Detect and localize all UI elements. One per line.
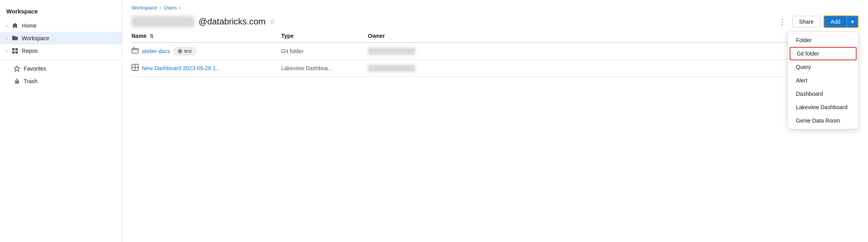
add-button-group: Add ▾: [823, 15, 859, 28]
dashboard-icon: [132, 64, 139, 73]
svg-rect-5: [132, 48, 138, 53]
cell-type-1: Git folder: [281, 48, 368, 54]
chevron-icon: ›: [6, 49, 7, 53]
cell-owner-2: [368, 65, 447, 72]
git-folder-icon: [132, 47, 139, 56]
col-header-name: Name ⇅: [132, 33, 281, 39]
sidebar-title: Workspace: [0, 6, 122, 19]
add-button[interactable]: Add: [824, 16, 847, 27]
col-header-owner: Owner: [368, 33, 447, 39]
dropdown-item-lakeview-dashboard[interactable]: Lakeview Dashboard: [788, 101, 858, 114]
cell-name-1: atelier-docs test: [132, 47, 281, 56]
share-button[interactable]: Share: [792, 16, 820, 28]
sidebar-item-favorites[interactable]: Favorites: [0, 62, 122, 75]
folder-icon: [11, 35, 19, 42]
svg-rect-3: [15, 51, 18, 54]
chevron-icon: ›: [6, 36, 7, 41]
dropdown-item-alert[interactable]: Alert: [788, 74, 858, 87]
dropdown-item-genie-data-room[interactable]: Genie Data Room: [788, 114, 858, 127]
sort-icon[interactable]: ⇅: [150, 34, 154, 39]
svg-point-7: [179, 50, 181, 52]
tag-badge-1: test: [173, 47, 196, 55]
sidebar-item-workspace[interactable]: › Workspace: [0, 32, 122, 45]
breadcrumb-sep2: ›: [179, 5, 181, 11]
table-row: atelier-docs test Git folder: [132, 43, 859, 60]
owner-blur-2: [368, 65, 415, 72]
dropdown-item-git-folder[interactable]: Git folder: [790, 47, 857, 60]
breadcrumb-users[interactable]: Users: [163, 5, 177, 11]
breadcrumb: Workspace › Users ›: [122, 0, 868, 14]
add-dropdown-button[interactable]: ▾: [847, 16, 858, 27]
svg-rect-1: [15, 48, 18, 50]
star-icon: [13, 65, 20, 72]
trash-icon: [13, 78, 20, 85]
sidebar-label-repos: Repos: [22, 48, 37, 54]
col-header-type: Type: [281, 33, 368, 39]
file-link-2[interactable]: New Dashboard 2023-09-28 1...: [142, 65, 220, 71]
cell-name-2: New Dashboard 2023-09-28 1...: [132, 64, 281, 73]
content-title: @databricks.com ☆: [132, 16, 770, 27]
add-dropdown-menu: Folder Git folder Query Alert Dashboard …: [788, 32, 859, 129]
cell-type-2: Lakeview Dashboa...: [281, 65, 368, 71]
sidebar: Workspace › Home › Workspace › Repos Fav…: [0, 0, 122, 242]
sidebar-label-favorites: Favorites: [24, 65, 46, 72]
svg-marker-4: [14, 66, 20, 71]
header-actions: ⋮ Share Add ▾: [775, 15, 859, 28]
dropdown-item-folder[interactable]: Folder: [788, 34, 858, 47]
content-header: @databricks.com ☆ ⋮ Share Add ▾: [122, 14, 868, 33]
owner-blur-1: [368, 48, 415, 55]
table-row: New Dashboard 2023-09-28 1... Lakeview D…: [132, 60, 859, 77]
svg-rect-0: [12, 48, 15, 50]
file-link-1[interactable]: atelier-docs: [142, 48, 170, 54]
page-title: @databricks.com: [198, 17, 265, 27]
home-icon: [11, 22, 19, 29]
table-area: Name ⇅ Type Owner atelier-docs te: [122, 33, 868, 242]
breadcrumb-sep1: ›: [160, 5, 161, 11]
table-header: Name ⇅ Type Owner: [132, 33, 859, 43]
breadcrumb-workspace[interactable]: Workspace: [132, 5, 157, 11]
sidebar-label-home: Home: [22, 22, 36, 29]
more-options-button[interactable]: ⋮: [775, 15, 789, 28]
dropdown-item-query[interactable]: Query: [788, 60, 858, 74]
sidebar-divider: [0, 60, 122, 60]
sidebar-label-workspace: Workspace: [22, 35, 49, 41]
main-content: Workspace › Users › @databricks.com ☆ ⋮ …: [122, 0, 868, 242]
dropdown-item-dashboard[interactable]: Dashboard: [788, 87, 858, 101]
sidebar-item-repos[interactable]: › Repos: [0, 45, 122, 57]
svg-rect-2: [12, 51, 15, 54]
sidebar-label-trash: Trash: [24, 78, 37, 84]
cell-owner-1: [368, 48, 447, 55]
title-blur-placeholder: [132, 16, 195, 27]
sidebar-item-trash[interactable]: Trash: [0, 75, 122, 87]
chevron-icon: ›: [6, 24, 7, 28]
repos-icon: [11, 47, 19, 54]
favorite-star-icon[interactable]: ☆: [269, 17, 276, 26]
sidebar-item-home[interactable]: › Home: [0, 19, 122, 32]
